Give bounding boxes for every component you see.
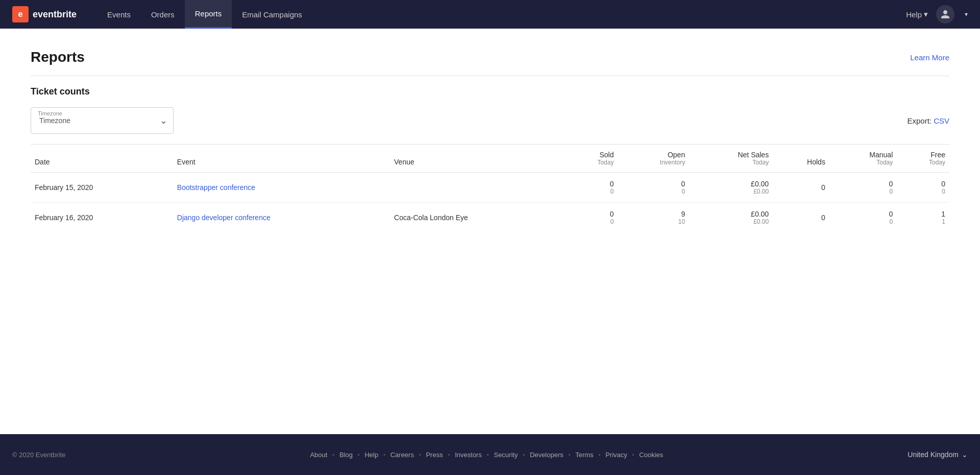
cell-free: 00 [897,173,949,203]
ticket-counts-table: Date Event Venue Sold Today [31,145,949,232]
footer-link-cookies[interactable]: Cookies [634,451,668,459]
col-sold: Sold Today [566,145,618,173]
nav-orders[interactable]: Orders [141,0,185,29]
col-holds: Holds [773,145,829,173]
event-link[interactable]: Bootstrapper conference [177,183,255,192]
nav-links: Events Orders Reports Email Campaigns [97,0,312,29]
region-chevron-icon: ⌄ [962,450,968,459]
cell-manual-sub: 0 [834,188,893,195]
col-open-label: Open [668,151,685,159]
footer-link-blog[interactable]: Blog [334,451,358,459]
cell-event: Django developer conference [173,203,390,233]
export-csv-link[interactable]: CSV [934,116,949,125]
cell-holds: 0 [773,173,829,203]
footer-link-privacy[interactable]: Privacy [600,451,632,459]
cell-sold: 00 [566,203,618,233]
cell-sold: 00 [566,173,618,203]
cell-venue: Coca-Cola London Eye [390,203,566,233]
col-manual: Manual Today [829,145,897,173]
col-net-sales-sub: Today [693,159,769,166]
cell-open-sub: 10 [622,218,685,225]
cell-manual: 00 [829,203,897,233]
ticket-counts-section: Ticket counts Timezone Timezone ⌄ Export… [31,86,949,232]
footer-link-help[interactable]: Help [359,451,383,459]
cell-free-sub: 0 [901,188,945,195]
cell-net-sales-sub: £0.00 [693,188,769,195]
col-event-label: Event [177,158,195,166]
region-label: United Kingdom [908,450,959,459]
col-net-sales-label: Net Sales [738,151,769,159]
footer-link-terms[interactable]: Terms [570,451,598,459]
col-date: Date [31,145,173,173]
col-event: Event [173,145,390,173]
timezone-select-input[interactable]: Timezone [31,107,174,134]
cell-sold-sub: 0 [570,188,614,195]
col-venue: Venue [390,145,566,173]
nav-events[interactable]: Events [97,0,141,29]
ticket-counts-table-wrap: Date Event Venue Sold Today [31,144,949,232]
timezone-selector: Timezone Timezone ⌄ [31,107,174,134]
cell-manual: 00 [829,173,897,203]
copyright: © 2020 Eventbrite [12,451,65,459]
table-row: February 15, 2020 Bootstrapper conferenc… [31,173,949,203]
footer-link-investors[interactable]: Investors [450,451,487,459]
cell-date: February 16, 2020 [31,203,173,233]
cell-net-sales: £0.00£0.00 [689,203,773,233]
user-dropdown-arrow[interactable]: ▾ [965,11,968,18]
cell-net-sales-sub: £0.00 [693,218,769,225]
user-icon [940,9,950,19]
col-venue-label: Venue [394,158,414,166]
nav-right: Help ▾ ▾ [906,5,968,23]
cell-manual-sub: 0 [834,218,893,225]
table-row: February 16, 2020 Django developer confe… [31,203,949,233]
cell-venue [390,173,566,203]
learn-more-link[interactable]: Learn More [910,53,949,62]
cell-free-sub: 1 [901,218,945,225]
main-content: Reports Learn More Ticket counts Timezon… [0,29,980,434]
footer-links: About•Blog•Help•Careers•Press•Investors•… [305,451,668,459]
page-header: Reports Learn More [31,49,949,76]
export-control: Export: CSV [907,116,949,125]
help-chevron-icon: ▾ [924,10,928,19]
section-title: Ticket counts [31,86,949,97]
cell-date: February 15, 2020 [31,173,173,203]
col-free-sub: Today [901,159,945,166]
col-date-label: Date [35,158,50,166]
cell-open-sub: 0 [622,188,685,195]
footer-link-careers[interactable]: Careers [385,451,419,459]
col-manual-sub: Today [834,159,893,166]
col-sold-sub: Today [570,159,614,166]
nav-reports[interactable]: Reports [185,0,232,29]
cell-event: Bootstrapper conference [173,173,390,203]
nav-email-campaigns[interactable]: Email Campaigns [232,0,312,29]
help-label: Help [906,10,922,19]
footer-link-press[interactable]: Press [421,451,448,459]
page-title: Reports [31,49,85,65]
cell-sold-sub: 0 [570,218,614,225]
user-avatar-button[interactable] [936,5,954,23]
footer: © 2020 Eventbrite About•Blog•Help•Career… [0,434,980,475]
region-selector[interactable]: United Kingdom ⌄ [908,450,968,459]
col-open-sub: Inventory [622,159,685,166]
col-open: Open Inventory [618,145,689,173]
col-holds-label: Holds [807,158,825,166]
col-free: Free Today [897,145,949,173]
help-button[interactable]: Help ▾ [906,10,928,19]
cell-open: 00 [618,173,689,203]
col-sold-label: Sold [599,151,614,159]
export-prefix: Export: [907,116,932,125]
navbar: e eventbrite Events Orders Reports Email… [0,0,980,29]
controls-row: Timezone Timezone ⌄ Export: CSV [31,107,949,134]
logo-icon: e [12,6,29,22]
logo-text: eventbrite [33,9,77,20]
cell-free: 11 [897,203,949,233]
footer-link-security[interactable]: Security [488,451,523,459]
cell-holds: 0 [773,203,829,233]
col-free-label: Free [930,151,945,159]
footer-link-developers[interactable]: Developers [525,451,569,459]
table-header-row: Date Event Venue Sold Today [31,145,949,173]
logo[interactable]: e eventbrite [12,6,77,22]
event-link[interactable]: Django developer conference [177,213,271,222]
footer-link-about[interactable]: About [305,451,332,459]
cell-net-sales: £0.00£0.00 [689,173,773,203]
